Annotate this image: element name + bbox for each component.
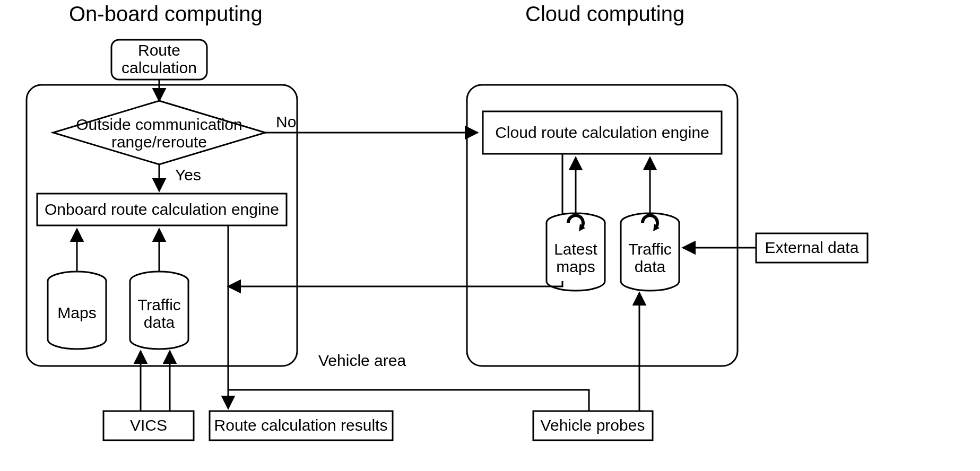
traffic-onboard-cylinder: Traffic data [130, 272, 188, 349]
cloud-title: Cloud computing [525, 2, 684, 25]
traffic-cloud-cylinder: Traffic data [621, 213, 679, 291]
edge-no-label: No [276, 113, 296, 130]
svg-text:Latest: Latest [554, 240, 597, 258]
svg-text:data: data [635, 258, 666, 275]
edge-results-vehicleprobes [228, 390, 589, 411]
svg-text:maps: maps [556, 258, 595, 275]
results-node: Route calculation results [210, 411, 393, 440]
route-calc-node: Route calculation [111, 40, 207, 80]
vehicle-area-label: Vehicle area [318, 352, 406, 369]
decision-node: Outside communication range/reroute [53, 101, 265, 164]
onboard-engine-node: Onboard route calculation engine [37, 194, 287, 225]
external-data-node: External data [756, 233, 868, 263]
svg-text:Traffic: Traffic [137, 296, 181, 313]
edge-yes-label: Yes [175, 166, 201, 184]
svg-text:Traffic: Traffic [628, 240, 672, 258]
cloud-engine-node: Cloud route calculation engine [483, 111, 722, 154]
maps-cylinder: Maps [48, 272, 106, 349]
svg-text:data: data [144, 313, 175, 331]
diagram-canvas: On-board computing Cloud computing Route… [0, 0, 980, 471]
svg-text:Maps: Maps [57, 304, 96, 321]
svg-text:Vehicle probes: Vehicle probes [541, 416, 645, 434]
svg-text:Outside communication: Outside communication [76, 116, 242, 133]
svg-text:Route calculation results: Route calculation results [214, 416, 388, 434]
svg-text:Onboard route calculation engi: Onboard route calculation engine [45, 200, 279, 218]
vehicle-probes-node: Vehicle probes [533, 411, 653, 440]
svg-text:range/reroute: range/reroute [111, 133, 207, 151]
svg-text:Route: Route [138, 41, 180, 59]
svg-text:Cloud route calculation engine: Cloud route calculation engine [495, 124, 709, 141]
onboard-title: On-board computing [69, 2, 263, 25]
svg-text:calculation: calculation [122, 59, 197, 76]
latest-maps-cylinder: Latest maps [547, 213, 605, 291]
vics-node: VICS [103, 411, 194, 440]
svg-text:VICS: VICS [130, 416, 167, 434]
svg-text:External data: External data [765, 239, 859, 256]
